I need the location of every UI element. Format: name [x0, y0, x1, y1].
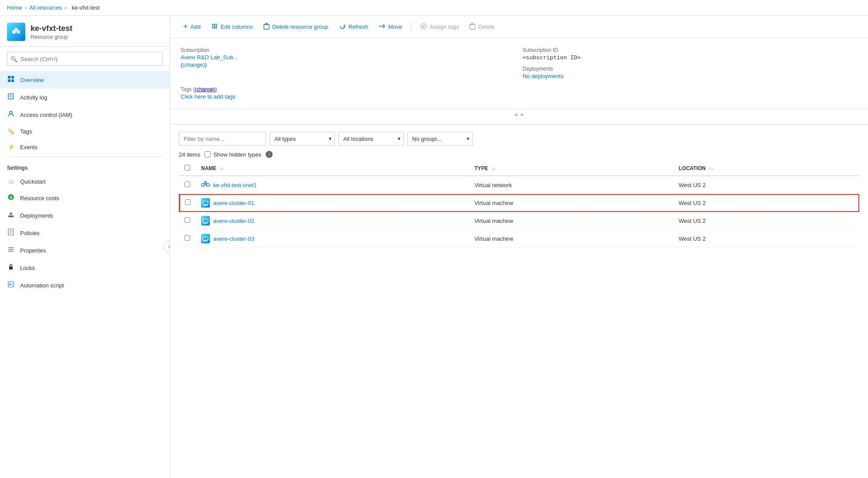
subscription-info: Subscription Avere R&D Lab_Sub... ((chan…	[181, 47, 516, 79]
sidebar-item-label-automation: Automation script	[20, 282, 64, 289]
sidebar-item-policies[interactable]: Policies	[0, 224, 170, 242]
subscription-id-info: Subscription ID <subscription ID> Deploy…	[523, 47, 858, 79]
info-icon[interactable]: i	[266, 151, 273, 158]
sidebar-item-label-policies: Policies	[20, 230, 40, 236]
resources-table: NAME ↑↓ TYPE ↑↓ LOCATION ↑↓	[179, 161, 859, 248]
no-grouping-select[interactable]: No groupi...	[407, 132, 473, 146]
sidebar-item-deployments[interactable]: Deployments	[0, 207, 170, 224]
name-sort-icon[interactable]: ↑↓	[220, 166, 224, 171]
refresh-button[interactable]: Refresh	[335, 20, 373, 34]
collapse-chevron-icon[interactable]: ⌃⌃	[513, 113, 525, 121]
sidebar-item-resource-costs[interactable]: $ Resource costs	[0, 189, 170, 207]
activity-log-icon	[7, 93, 15, 102]
resource-name: ke-vfxt-test	[31, 24, 72, 33]
svg-rect-48	[204, 181, 206, 184]
vm-icon	[201, 198, 210, 207]
resource-group-icon	[7, 23, 25, 41]
resource-type-cell: Virtual machine	[469, 194, 673, 212]
sidebar-item-access-control[interactable]: Access control (IAM)	[0, 106, 170, 123]
assign-tags-button[interactable]: Assign tags	[416, 20, 463, 34]
svg-rect-22	[9, 266, 13, 270]
show-hidden-checkbox[interactable]	[205, 151, 211, 157]
tags-change-link[interactable]: (change)	[195, 86, 215, 92]
tags-add-link[interactable]: Click here to add tags	[181, 93, 236, 100]
svg-rect-5	[8, 79, 10, 82]
all-locations-select[interactable]: All locations	[338, 132, 404, 146]
sidebar-item-events[interactable]: ⚡ Events	[0, 139, 170, 155]
svg-rect-39	[470, 24, 475, 29]
resource-type: Resource group	[31, 34, 72, 40]
filter-by-name-input[interactable]	[179, 132, 266, 146]
search-input[interactable]	[7, 52, 163, 66]
move-icon	[379, 23, 386, 31]
access-control-icon	[7, 110, 15, 119]
sidebar-item-label-deployments: Deployments	[20, 212, 53, 219]
svg-point-10	[10, 111, 12, 114]
sidebar-item-label-iam: Access control (IAM)	[20, 112, 72, 118]
add-button[interactable]: + Add	[179, 20, 205, 34]
all-locations-wrapper: All locations	[338, 132, 404, 146]
vm-icon	[201, 234, 210, 243]
toolbar-divider	[411, 22, 411, 32]
refresh-icon	[339, 23, 346, 31]
sidebar-item-quickstart[interactable]: ☁️ Quickstart	[0, 174, 170, 189]
edit-columns-button[interactable]: Edit columns	[207, 20, 257, 34]
automation-script-icon	[7, 281, 15, 290]
row-checkbox[interactable]	[185, 199, 191, 205]
resource-name-cell: ke-vfxt-test-vnet1	[196, 176, 469, 194]
sidebar-item-properties[interactable]: Properties	[0, 242, 170, 259]
select-all-header	[179, 161, 196, 176]
delete-button[interactable]: Delete	[465, 20, 499, 34]
subscription-id-value: <subscription ID>	[523, 54, 858, 61]
tags-icon: 🏷️	[7, 128, 15, 135]
resource-name-cell: avere-cluster-02	[196, 212, 469, 230]
delete-resource-group-button[interactable]: Delete resource group	[259, 20, 333, 34]
svg-rect-53	[203, 219, 208, 222]
no-grouping-wrapper: No groupi...	[407, 132, 473, 146]
sidebar-item-label-resource-costs: Resource costs	[20, 195, 59, 201]
select-all-checkbox[interactable]	[185, 165, 190, 171]
quickstart-icon: ☁️	[7, 178, 15, 185]
items-row: 24 items Show hidden types i	[179, 151, 859, 158]
all-types-select[interactable]: All types	[270, 132, 335, 146]
sidebar-item-overview[interactable]: Overview	[0, 71, 170, 89]
move-button[interactable]: Move	[374, 20, 407, 33]
svg-marker-25	[10, 283, 11, 286]
sidebar-header: ke-vfxt-test Resource group	[0, 16, 170, 47]
row-checkbox[interactable]	[185, 181, 190, 187]
subscription-id-label: Subscription ID	[523, 47, 858, 53]
delete-icon	[469, 23, 475, 31]
location-sort-icon[interactable]: ↑↓	[709, 166, 713, 171]
svg-point-38	[423, 25, 424, 27]
resource-name-link[interactable]: avere-cluster-01	[213, 200, 254, 206]
sidebar-item-activity-log[interactable]: Activity log	[0, 89, 170, 106]
svg-rect-49	[203, 201, 208, 205]
row-checkbox[interactable]	[185, 235, 190, 241]
filter-bar: All types All locations No groupi...	[179, 132, 859, 146]
resource-location-cell: West US 2	[673, 230, 859, 248]
sidebar-item-automation-script[interactable]: Automation script	[0, 277, 170, 294]
vnet-icon	[201, 181, 210, 189]
sidebar-item-tags[interactable]: 🏷️ Tags	[0, 123, 170, 139]
row-checkbox[interactable]	[185, 217, 190, 223]
breadcrumb-all-resources[interactable]: All resources	[29, 4, 62, 11]
subscription-change-link[interactable]: (change)	[182, 61, 205, 68]
overview-icon	[7, 75, 15, 84]
delete-rg-icon	[263, 23, 270, 31]
resource-name-link[interactable]: avere-cluster-03	[213, 236, 254, 242]
resource-name-link[interactable]: avere-cluster-02	[213, 218, 254, 224]
policies-icon	[7, 229, 15, 237]
svg-rect-3	[8, 76, 10, 79]
svg-rect-45	[207, 184, 209, 186]
resource-name-link[interactable]: ke-vfxt-test-vnet1	[213, 182, 257, 188]
breadcrumb-home[interactable]: Home	[7, 4, 22, 11]
deployments-link[interactable]: No deployments	[523, 73, 564, 79]
sidebar-item-locks[interactable]: Locks	[0, 259, 170, 277]
resource-type-cell: Virtual machine	[469, 212, 673, 230]
sidebar: ke-vfxt-test Resource group 🔍 « Overview	[0, 16, 170, 478]
type-sort-icon[interactable]: ↑↓	[491, 166, 496, 171]
subscription-link[interactable]: Avere R&D Lab_Sub...	[181, 54, 238, 61]
add-icon: +	[183, 22, 188, 31]
sidebar-nav: Overview Activity log Access control (IA…	[0, 71, 170, 294]
table-row: avere-cluster-02Virtual machineWest US 2	[179, 212, 859, 230]
